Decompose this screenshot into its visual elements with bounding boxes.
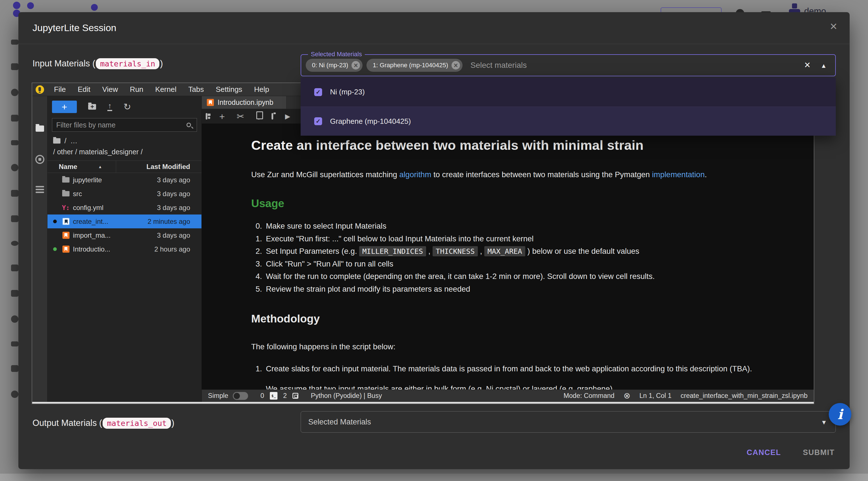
copy-cells-icon[interactable] (258, 113, 260, 120)
output-materials-select[interactable]: Selected Materials ▼ (301, 411, 836, 433)
notebook-panel: Introduction.ipynb + ✂ ▶ Create an inter… (202, 96, 814, 402)
usage-item: Click "Run" > "Run All" to run all cells (264, 258, 797, 270)
background-sidebar-icon (11, 215, 19, 222)
upload-icon[interactable]: ↑ (107, 102, 112, 111)
menu-tabs[interactable]: Tabs (182, 85, 210, 94)
methodology-item: Create slabs for each input material. Th… (264, 363, 797, 389)
sort-ascending-icon[interactable]: ▲ (98, 164, 102, 169)
materials-dropdown: ✓ Ni (mp-23) ✓ Graphene (mp-1040425) (301, 78, 836, 136)
close-icon[interactable]: × (830, 20, 837, 32)
background-sidebar-icon (11, 365, 19, 372)
filter-files-input[interactable]: Filter files by name (52, 118, 197, 132)
screen: demo JupyterLite Session × Input Materia… (0, 0, 868, 481)
notifications-off-icon[interactable]: ⊗ (624, 392, 630, 400)
jupyter-statusbar: Simple 0 $_ 2 Python (Pyodide) | Busy (202, 389, 814, 402)
add-cell-icon[interactable]: + (219, 112, 225, 121)
kernel-status[interactable]: Python (Pyodide) | Busy (311, 392, 382, 400)
materials-out-code: materials_out (102, 418, 170, 429)
file-row-config[interactable]: Y: config.yml 3 days ago (48, 201, 202, 214)
mode-indicator: Mode: Command (563, 392, 614, 400)
chip-delete-icon[interactable]: × (452, 61, 460, 69)
usage-item: Execute "Run first: ..." cell below to l… (264, 233, 797, 245)
menu-kernel[interactable]: Kernel (149, 85, 182, 94)
output-materials-label: Output Materials (materials_out) (32, 415, 174, 431)
background-sidebar-icon (11, 341, 19, 347)
background-sidebar-icon (11, 241, 19, 246)
menu-file[interactable]: File (48, 85, 72, 94)
jupyter-activity-bar (32, 96, 48, 402)
notebook-file-icon (62, 232, 69, 239)
running-sessions-icon[interactable] (35, 155, 44, 164)
material-chip[interactable]: 1: Graphene (mp-1040425) × (367, 59, 463, 72)
collapse-dropdown-icon[interactable]: ▲ (820, 62, 827, 69)
breadcrumb-path[interactable]: / other / materials_designer / (53, 148, 197, 156)
materials-in-code: materials_in (96, 58, 159, 69)
chevron-down-icon: ▼ (821, 419, 827, 426)
checkbox-checked-icon[interactable]: ✓ (314, 88, 322, 96)
menu-help[interactable]: Help (248, 85, 275, 94)
refresh-icon[interactable]: ↻ (123, 102, 131, 112)
save-icon[interactable] (206, 113, 207, 120)
file-row-import-material[interactable]: import_ma... 3 days ago (48, 228, 202, 242)
folder-icon (62, 191, 69, 197)
methodology-intro: The following happens in the script belo… (251, 341, 797, 353)
file-list-header: Name ▲ Last Modified (48, 160, 202, 173)
cancel-button[interactable]: CANCEL (745, 448, 783, 457)
file-row-src[interactable]: src 3 days ago (48, 187, 202, 201)
menu-view[interactable]: View (96, 85, 124, 94)
column-last-modified[interactable]: Last Modified (146, 163, 202, 171)
background-bottom-bar (0, 474, 868, 481)
column-name[interactable]: Name (48, 163, 77, 171)
new-launcher-button[interactable]: + (52, 100, 77, 113)
select-materials-placeholder: Select materials (470, 61, 527, 70)
table-of-contents-icon[interactable] (36, 186, 44, 187)
background-sidebar-icon (11, 164, 19, 171)
app-logo (13, 2, 20, 9)
paste-cells-icon[interactable] (272, 113, 273, 120)
file-browser-icon[interactable] (36, 125, 44, 132)
menu-edit[interactable]: Edit (72, 85, 96, 94)
folder-icon (62, 177, 69, 183)
run-cell-icon[interactable]: ▶ (285, 113, 290, 120)
clear-selection-icon[interactable]: × (804, 60, 810, 70)
tab-introduction[interactable]: Introduction.ipynb (202, 96, 286, 109)
notebook-content: Create an interface between two material… (202, 124, 814, 389)
background-sidebar-icon (11, 391, 19, 398)
methodology-heading: Methodology (251, 312, 797, 325)
file-browser-panel: + ↑ ↻ Filter files by name / … (48, 96, 202, 402)
breadcrumb-ellipsis[interactable]: … (70, 137, 78, 145)
notebook-intro: Use Zur and McGill superlattices matchin… (251, 169, 797, 180)
usage-list: Make sure to select Input Materials Exec… (251, 220, 797, 295)
cursor-position: Ln 1, Col 1 (640, 392, 672, 400)
new-folder-icon[interactable] (88, 104, 96, 110)
option-graphene[interactable]: ✓ Graphene (mp-1040425) (301, 107, 836, 136)
unsaved-dot-icon (53, 219, 57, 223)
checkbox-checked-icon[interactable]: ✓ (314, 117, 322, 125)
app-logo-accent (91, 4, 98, 11)
selected-materials-input[interactable]: Selected Materials 0: Ni (mp-23) × 1: Gr… (301, 54, 836, 76)
file-row-introduction[interactable]: Introductio... 2 hours ago (48, 242, 202, 256)
file-row-create-interface[interactable]: create_int... 2 minutes ago (48, 214, 202, 228)
background-sidebar-icon (11, 140, 19, 145)
chip-delete-icon[interactable]: × (351, 61, 360, 69)
background-sidebar-icon (11, 115, 19, 122)
notebook-file-icon (62, 218, 69, 225)
simple-mode-label: Simple (208, 392, 228, 400)
submit-button[interactable]: SUBMIT (801, 448, 837, 457)
menu-settings[interactable]: Settings (210, 85, 248, 94)
usage-item: Wait for the run to complete (depending … (264, 270, 797, 283)
option-ni[interactable]: ✓ Ni (mp-23) (301, 78, 836, 107)
methodology-list: Create slabs for each input material. Th… (251, 363, 797, 389)
background-sidebar-icon (11, 315, 19, 323)
divider (19, 44, 849, 44)
jupyterlite-session-modal: JupyterLite Session × Input Materials (m… (19, 12, 849, 469)
breadcrumb: / … / other / materials_designer / (53, 137, 197, 156)
cut-cells-icon[interactable]: ✂ (237, 112, 244, 121)
simple-mode-toggle[interactable] (233, 392, 248, 400)
file-row-jupyterlite[interactable]: jupyterlite 3 days ago (48, 173, 202, 187)
menu-run[interactable]: Run (124, 85, 150, 94)
home-folder-icon[interactable] (53, 138, 60, 144)
usage-item: Set Input Parameters (e.g. MILLER_INDICE… (264, 245, 797, 258)
material-chip[interactable]: 0: Ni (mp-23) × (306, 59, 363, 72)
info-button[interactable]: i (829, 403, 851, 426)
